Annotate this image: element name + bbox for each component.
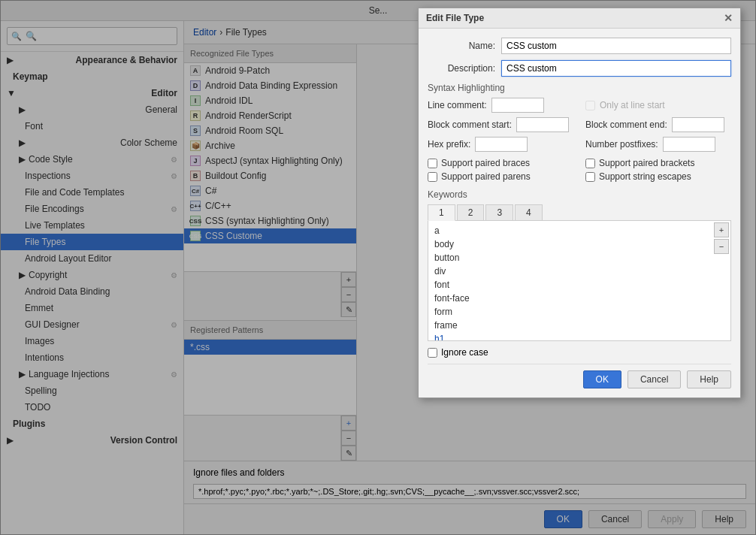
only-at-line-start-row: Only at line start — [585, 98, 731, 113]
description-input[interactable] — [501, 60, 731, 77]
support-paired-braces-item: Support paired braces — [428, 158, 573, 168]
only-at-line-start-checkbox[interactable] — [585, 101, 595, 110]
keyword-frame[interactable]: frame — [428, 319, 730, 332]
dialog-title: Edit File Type — [426, 13, 484, 23]
keywords-label: Keywords — [428, 189, 731, 200]
edit-file-type-dialog: Edit File Type ✕ Name: Description: Synt… — [418, 8, 741, 398]
keyword-tab-1[interactable]: 1 — [428, 204, 455, 221]
support-paired-braces-label: Support paired braces — [441, 158, 530, 168]
block-comment-start-row: Block comment start: — [428, 117, 573, 132]
dialog-buttons: OK Cancel Help — [428, 364, 731, 388]
dialog-titlebar: Edit File Type ✕ — [419, 8, 740, 29]
remove-keyword-btn[interactable]: − — [714, 239, 729, 254]
support-paired-brackets-label: Support paired brackets — [599, 158, 694, 168]
number-postfixes-label: Number postfixes: — [585, 139, 658, 150]
hex-prefix-label: Hex prefix: — [428, 139, 470, 150]
keyword-form[interactable]: form — [428, 305, 730, 319]
keyword-button[interactable]: button — [428, 251, 730, 264]
checkbox-group: Support paired braces Support paired bra… — [428, 158, 731, 182]
support-paired-braces-checkbox[interactable] — [428, 159, 437, 168]
dialog-ok-button[interactable]: OK — [583, 370, 621, 388]
support-paired-parens-checkbox[interactable] — [428, 172, 437, 182]
block-comment-end-label: Block comment end: — [585, 119, 667, 130]
number-postfixes-input[interactable] — [663, 137, 715, 152]
support-paired-parens-label: Support paired parens — [441, 171, 531, 182]
keyword-tab-4[interactable]: 4 — [515, 204, 543, 220]
line-comment-label: Line comment: — [428, 100, 487, 110]
name-row: Name: — [428, 38, 731, 54]
keyword-list: a body button div font font-face form fr… — [428, 221, 730, 341]
dialog-close-button[interactable]: ✕ — [724, 13, 733, 23]
ignore-case-row: Ignore case — [428, 347, 731, 358]
line-comment-input[interactable] — [491, 98, 544, 113]
support-string-escapes-checkbox[interactable] — [585, 172, 595, 182]
modal-overlay: Edit File Type ✕ Name: Description: Synt… — [0, 0, 756, 535]
support-paired-brackets-checkbox[interactable] — [585, 159, 595, 168]
add-keyword-btn[interactable]: + — [714, 222, 729, 237]
support-string-escapes-label: Support string escapes — [599, 171, 691, 182]
description-label: Description: — [428, 63, 495, 74]
block-comment-start-label: Block comment start: — [428, 119, 512, 130]
keyword-tab-2[interactable]: 2 — [457, 204, 485, 220]
name-input[interactable] — [501, 38, 731, 54]
block-comment-end-row: Block comment end: — [585, 117, 731, 132]
ignore-case-checkbox[interactable] — [428, 348, 437, 358]
ignore-case-label: Ignore case — [441, 347, 488, 358]
keyword-font-face[interactable]: font-face — [428, 292, 730, 305]
keyword-list-wrapper: a body button div font font-face form fr… — [428, 221, 731, 341]
dialog-cancel-button[interactable]: Cancel — [627, 370, 681, 388]
description-row: Description: — [428, 60, 731, 77]
keywords-section: Keywords 1 2 3 4 a body button div font … — [428, 189, 731, 341]
keyword-body[interactable]: body — [428, 237, 730, 251]
keyword-a[interactable]: a — [428, 224, 730, 237]
keyword-font[interactable]: font — [428, 278, 730, 292]
keyword-side-btns: + − — [712, 221, 730, 255]
keyword-div[interactable]: div — [428, 264, 730, 278]
keyword-h1[interactable]: h1 — [428, 332, 730, 341]
syntax-section-label: Syntax Highlighting — [428, 83, 731, 93]
support-paired-brackets-item: Support paired brackets — [585, 158, 731, 168]
block-comment-end-input[interactable] — [672, 117, 724, 132]
support-paired-parens-item: Support paired parens — [428, 171, 573, 182]
syntax-grid: Line comment: Only at line start Block c… — [428, 98, 731, 152]
block-comment-start-input[interactable] — [516, 117, 569, 132]
dialog-help-button[interactable]: Help — [687, 370, 731, 388]
name-label: Name: — [428, 41, 495, 51]
support-string-escapes-item: Support string escapes — [585, 171, 731, 182]
number-postfixes-row: Number postfixes: — [585, 137, 731, 152]
dialog-body: Name: Description: Syntax Highlighting L… — [419, 29, 740, 397]
hex-prefix-row: Hex prefix: — [428, 137, 573, 152]
line-comment-row: Line comment: — [428, 98, 573, 113]
keyword-tabs: 1 2 3 4 — [428, 204, 731, 221]
keyword-tab-3[interactable]: 3 — [485, 204, 513, 220]
only-at-line-start-label: Only at line start — [600, 100, 665, 110]
hex-prefix-input[interactable] — [475, 137, 528, 152]
